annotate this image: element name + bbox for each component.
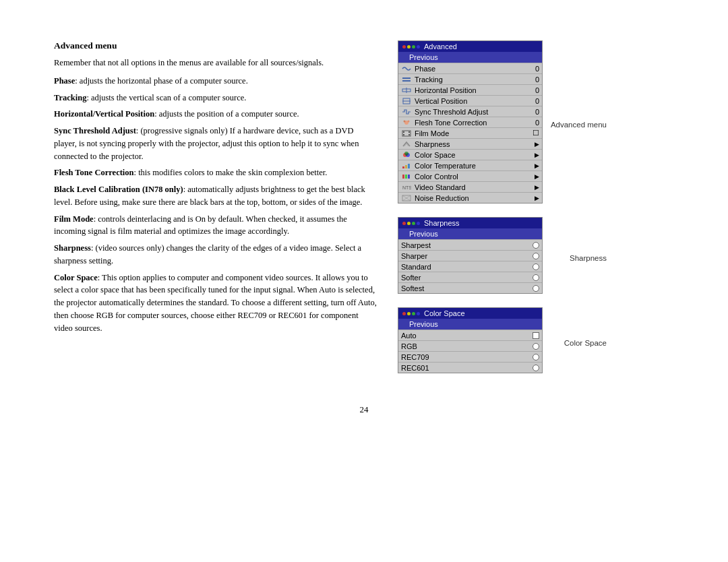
text-sharpness: : (video sources only) changes the clari… [54,243,361,266]
hpos-icon [401,86,412,94]
sdot-green [412,222,415,225]
sharpness-menu: Sharpness Previous Sharpest Sharper Stan… [398,217,543,294]
advanced-row-colorspace[interactable]: Color Space ▶ [398,149,542,160]
text-phase: : adjusts the horizontal phase of a comp… [75,76,248,86]
sdot-red [402,222,406,225]
colorspace-menu: Color Space Previous Auto RGB REC709 [398,307,543,373]
term-hvpos: Horizontal/Vertical Position [54,109,154,119]
nr-icon [401,194,412,202]
phase-label: Phase [415,65,533,73]
cs-row-rec601[interactable]: REC601 [398,362,542,373]
advanced-row-vidstd[interactable]: NTSC Video Standard ▶ [398,181,542,192]
sharper-label: Sharper [401,252,533,260]
sdot-blue [417,222,420,225]
colorspace-previous[interactable]: Previous [398,319,542,330]
advanced-row-colortemp[interactable]: Color Temperature ▶ [398,160,542,170]
cs-row-rec709[interactable]: REC709 [398,351,542,362]
vpos-label: Vertical Position [415,97,533,105]
content-area: Advanced menu Remember that not all opti… [54,40,674,384]
sharpness-dots [402,222,420,225]
vidstd-arrow: ▶ [535,184,539,191]
advanced-row-colorctrl[interactable]: Color Control ▶ [398,170,542,181]
para-tracking: Tracking: adjusts the vertical scan of a… [54,92,377,104]
phase-value: 0 [535,65,539,73]
csdot-yellow [407,312,411,315]
advanced-row-film[interactable]: Film Mode ☐ [398,127,542,138]
vpos-value: 0 [535,97,539,105]
noisered-arrow: ▶ [535,195,539,201]
colorspace-menu-title: Color Space [424,309,465,317]
sync-icon [401,108,412,116]
csdot-green [412,312,415,315]
cs-rgb-radio[interactable] [533,343,539,350]
text-film: : controls deinterlacing and is On by de… [54,214,347,237]
tracking-icon [401,75,412,84]
text-hvpos: : adjusts the position of a computer sou… [154,109,299,119]
advanced-row-sync[interactable]: Sync Threshold Adjust 0 [398,106,542,117]
advanced-previous[interactable]: Previous [398,52,542,63]
advanced-menu-title: Advanced [424,42,457,51]
text-tracking: : adjusts the vertical scan of a compute… [86,93,246,102]
text-flesh: : this modifies colors to make the skin … [134,168,328,177]
flesh-value: 0 [535,119,539,127]
sharpness-menu-label: Sharpness [570,254,607,262]
colortemp-arrow: ▶ [535,162,539,169]
text-column: Advanced menu Remember that not all opti… [54,40,377,384]
csdot-red [402,312,406,315]
sharpness-row-softest[interactable]: Softest [398,282,542,293]
cs-rec601-radio[interactable] [533,365,539,371]
svg-point-7 [404,120,406,122]
para-colorspace: Color Space: This option applies to comp… [54,272,377,335]
svg-point-16 [404,152,408,156]
sharpness-row-sharper[interactable]: Sharper [398,250,542,261]
advanced-row-phase[interactable]: Phase 0 [398,63,542,73]
cs-icon [401,151,412,159]
para-film: Film Mode: controls deinterlacing and is… [54,213,377,239]
sharpness-row-softer[interactable]: Softer [398,272,542,282]
flesh-label: Flesh Tone Correction [415,119,533,127]
softer-label: Softer [401,274,533,282]
sharpness-arrow: ▶ [535,141,539,148]
cs-rec709-radio[interactable] [533,354,539,361]
advanced-row-flesh[interactable]: Flesh Tone Correction 0 [398,117,542,127]
cs-rec709-label: REC709 [401,353,533,361]
advanced-row-noisered[interactable]: Noise Reduction ▶ [398,192,542,203]
page-title: Advanced menu [54,40,377,51]
text-colorspace: : This option applies to computer and co… [54,273,377,333]
svg-rect-10 [403,131,404,133]
sharpness-row-standard[interactable]: Standard [398,261,542,272]
sharpness-previous[interactable]: Previous [398,228,542,239]
term-flesh: Flesh Tone Correction [54,168,134,177]
advanced-menu-titlebar: Advanced [398,41,542,52]
term-film: Film Mode [54,214,94,224]
svg-rect-19 [408,164,410,168]
sharpest-radio[interactable] [533,242,539,249]
cs-row-auto[interactable]: Auto [398,330,542,340]
advanced-row-sharpness[interactable]: Sharpness ▶ [398,138,542,149]
sharpness-row-sharpest[interactable]: Sharpest [398,239,542,250]
cs-auto-checkbox[interactable] [533,332,539,339]
menus-column: Advanced Previous Phase 0 [398,40,553,384]
dot-red [402,45,406,49]
svg-text:NTSC: NTSC [402,185,411,190]
softer-radio[interactable] [533,274,539,281]
cs-row-rgb[interactable]: RGB [398,340,542,351]
colorspace-menu-label: Color Space [564,339,607,347]
softest-radio[interactable] [533,285,539,292]
advanced-menu-wrapper: Advanced Previous Phase 0 [398,40,553,209]
film-value: ☐ [533,129,539,137]
svg-rect-22 [408,175,410,179]
standard-radio[interactable] [533,263,539,270]
advanced-row-hpos[interactable]: Horizontal Position 0 [398,84,542,95]
advanced-menu: Advanced Previous Phase 0 [398,40,543,204]
tracking-value: 0 [535,75,539,84]
colorspace-label: Color Space [415,151,532,159]
svg-rect-1 [402,80,411,82]
sharper-radio[interactable] [533,253,539,259]
dot-green [412,45,415,49]
term-colorspace: Color Space [54,273,98,282]
sharpness-menu-wrapper: Sharpness Previous Sharpest Sharper Stan… [398,217,553,299]
sync-label: Sync Threshold Adjust [415,108,533,116]
advanced-row-vpos[interactable]: Vertical Position 0 [398,95,542,106]
advanced-row-tracking[interactable]: Tracking 0 [398,73,542,84]
